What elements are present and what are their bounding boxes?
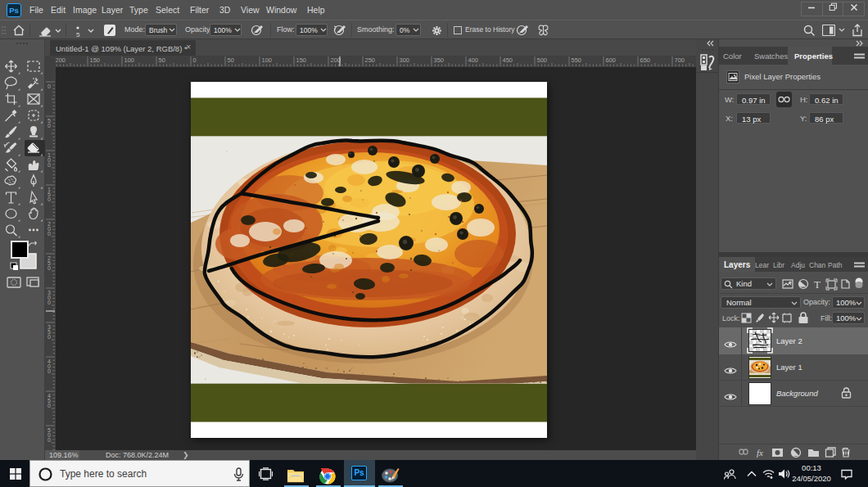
svg-text:450: 450: [47, 393, 51, 408]
svg-text:300: 300: [400, 56, 410, 64]
svg-text:700: 700: [675, 56, 685, 64]
svg-text:50: 50: [228, 56, 234, 64]
svg-text:T: T: [814, 278, 821, 291]
svg-text:600: 600: [606, 56, 617, 64]
svg-text:150: 150: [47, 187, 51, 202]
svg-text:100: 100: [262, 56, 273, 64]
svg-text:150: 150: [296, 56, 307, 64]
svg-text:100: 100: [47, 152, 51, 168]
svg-text:500: 500: [47, 427, 51, 443]
svg-text:150: 150: [90, 56, 101, 64]
svg-text:50: 50: [159, 56, 165, 64]
svg-text:400: 400: [47, 358, 51, 374]
svg-text:350: 350: [47, 324, 51, 340]
svg-text:200: 200: [56, 56, 66, 64]
svg-text:550: 550: [572, 56, 582, 64]
svg-text:200: 200: [331, 56, 341, 64]
svg-text:250: 250: [47, 255, 51, 271]
svg-text:5: 5: [76, 31, 80, 38]
svg-text:0: 0: [193, 56, 197, 64]
svg-text:500: 500: [537, 56, 548, 64]
svg-text:450: 450: [503, 56, 513, 64]
svg-text:200: 200: [47, 221, 51, 237]
svg-text:0: 0: [47, 83, 51, 89]
svg-text:400: 400: [468, 56, 479, 64]
svg-text:100: 100: [124, 56, 135, 64]
svg-text:250: 250: [365, 56, 376, 64]
svg-text:650: 650: [640, 56, 651, 64]
svg-text:350: 350: [434, 56, 445, 64]
svg-text:fx: fx: [757, 448, 763, 458]
svg-text:50: 50: [47, 118, 51, 129]
svg-text:300: 300: [47, 290, 51, 305]
